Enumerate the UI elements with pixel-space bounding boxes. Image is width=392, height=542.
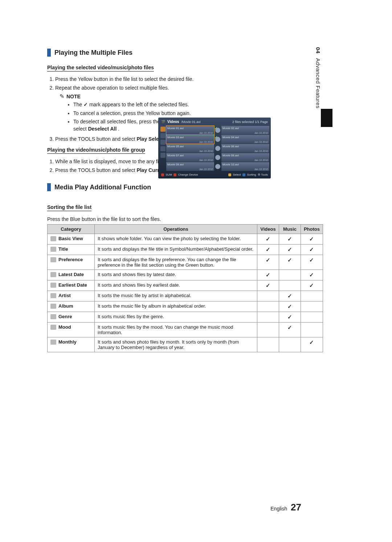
th-photos: Photos: [301, 225, 323, 234]
file-status-icon: [215, 146, 220, 151]
file-status-icon: [215, 155, 220, 160]
tv-side-icon: [160, 133, 166, 138]
category-name: Title: [58, 246, 68, 252]
check-icon: ✓: [266, 236, 270, 242]
footer-page: 27: [291, 502, 301, 513]
section-heading-2: Media Play Additional Function: [47, 183, 352, 191]
tv-file-thumb[interactable]: Movie 03.aviJan.10.2010: [166, 135, 214, 144]
tv-foot-sorting: Sorting: [247, 173, 256, 176]
tv-file-thumb[interactable]: Movie 02.aviJan.10.2010: [221, 126, 269, 135]
check-cell: ✓: [279, 234, 301, 245]
check-cell: [301, 312, 323, 323]
check-icon: ✓: [287, 257, 292, 263]
table-row: MonthlyIt sorts and shows photo files by…: [48, 337, 323, 352]
operation-cell: It sorts the music file by artist in alp…: [95, 291, 257, 301]
file-date: Jan.10.2010: [254, 150, 268, 152]
tv-foot-tools: Tools: [261, 173, 268, 176]
check-cell: [301, 301, 323, 312]
tv-file-thumb[interactable]: Movie 08.aviJan.10.2010: [221, 153, 269, 162]
sort-table: Category Operations Videos Music Photos …: [47, 224, 323, 352]
check-icon: ✓: [287, 236, 292, 242]
table-row: MoodIt sorts music files by the mood. Yo…: [48, 323, 323, 337]
operation-cell: It sorts music files by the mood. You ca…: [95, 323, 257, 337]
file-date: Jan.10.2010: [199, 150, 213, 152]
tv-foot-select: Select: [233, 173, 241, 176]
file-date: Jan.10.2010: [254, 141, 268, 143]
check-cell: [301, 291, 323, 301]
file-date: Jan.10.2010: [199, 132, 213, 134]
file-date: Jan.10.2010: [199, 159, 213, 161]
sum-icon: [161, 173, 164, 176]
check-icon: ✓: [266, 282, 270, 289]
category-icon: [50, 272, 56, 277]
table-row: GenreIt sorts music files by the genre.✓: [48, 312, 323, 323]
tv-breadcrumb: /Movie 01.avi: [181, 120, 201, 124]
operation-cell: It sorts music files by the genre.: [95, 312, 257, 323]
file-name: Movie 02.avi: [222, 127, 239, 130]
file-status-icon: [215, 137, 220, 142]
th-operations: Operations: [95, 225, 257, 234]
check-cell: [257, 301, 279, 312]
tv-title: Videos: [167, 120, 179, 124]
operation-cell: It sorts and displays the file title in …: [95, 245, 257, 255]
check-cell: ✓: [301, 280, 323, 291]
sort-title: Sorting the file list: [47, 204, 91, 211]
check-cell: [279, 280, 301, 291]
check-icon: ✓: [309, 272, 314, 278]
check-cell: ✓: [301, 245, 323, 255]
file-date: Jan.10.2010: [254, 132, 268, 134]
tv-file-thumb[interactable]: Movie 04.aviJan.10.2010: [221, 135, 269, 144]
subheading-1: Playing the selected video/music/photo f…: [47, 65, 154, 71]
table-row: ArtistIt sorts the music file by artist …: [48, 291, 323, 301]
operation-cell: It shows whole folder. You can view the …: [95, 234, 257, 245]
note-item-1: The ✓ mark appears to the left of the se…: [73, 101, 207, 108]
check-icon: ✓: [287, 324, 292, 331]
tv-screenshot: 🎬 Videos /Movie 01.avi 2 files selected …: [158, 118, 271, 178]
check-icon: ✓: [266, 246, 270, 253]
blue-dot-icon: [242, 173, 245, 176]
yellow-dot-icon: [228, 173, 231, 176]
check-cell: ✓: [301, 234, 323, 245]
category-icon: [50, 325, 56, 330]
heading1-text: Playing the Multiple Files: [54, 49, 132, 57]
check-cell: ✓: [279, 291, 301, 301]
table-row: TitleIt sorts and displays the file titl…: [48, 245, 323, 255]
heading2-text: Media Play Additional Function: [54, 184, 151, 191]
tv-side-icon: [160, 146, 166, 151]
check-cell: ✓: [301, 255, 323, 270]
page-footer: English 27: [270, 502, 301, 513]
operation-cell: It sorts the music file by album in alph…: [95, 301, 257, 312]
tv-file-thumb[interactable]: Movie 05.aviJan.10.2010: [166, 144, 214, 153]
check-icon: ✓: [309, 246, 314, 253]
tv-file-thumb[interactable]: Movie 01.aviJan.10.2010: [166, 126, 214, 135]
check-cell: ✓: [257, 280, 279, 291]
check-cell: ✓: [257, 270, 279, 280]
tv-side-icon: [160, 140, 166, 145]
step-1-2: Repeat the above operation to select mul…: [55, 85, 207, 92]
tv-file-thumb[interactable]: Movie 06.aviJan.10.2010: [221, 144, 269, 153]
file-status-icon: [215, 164, 220, 169]
operation-cell: It sorts and displays the file by prefer…: [95, 255, 257, 270]
file-name: Movie 06.avi: [222, 145, 239, 148]
file-name: Movie 07.avi: [167, 154, 184, 157]
th-category: Category: [48, 225, 95, 234]
check-icon: ✓: [287, 314, 292, 320]
category-icon: [50, 283, 56, 288]
check-cell: [279, 337, 301, 352]
category-name: Basic View: [58, 236, 83, 241]
check-cell: [257, 291, 279, 301]
tv-status: 2 files selected 1/1 Page: [232, 120, 268, 124]
table-row: PreferenceIt sorts and displays the file…: [48, 255, 323, 270]
check-cell: ✓: [279, 323, 301, 337]
tv-file-thumb[interactable]: Movie 07.aviJan.10.2010: [166, 153, 214, 162]
check-icon: ✓: [309, 282, 314, 289]
tv-sidebar: [160, 126, 166, 171]
check-cell: ✓: [301, 270, 323, 280]
check-cell: ✓: [279, 245, 301, 255]
tools-icon: ⚙: [258, 173, 260, 176]
tv-file-grid: Movie 01.aviJan.10.2010Movie 02.aviJan.1…: [166, 126, 269, 171]
tv-file-thumb[interactable]: Movie 09.aviJan.10.2010: [166, 162, 214, 171]
tv-file-thumb[interactable]: Movie 10.aviJan.10.2010: [221, 162, 269, 171]
file-name: Movie 05.avi: [167, 145, 184, 148]
file-name: Movie 10.avi: [222, 163, 239, 166]
